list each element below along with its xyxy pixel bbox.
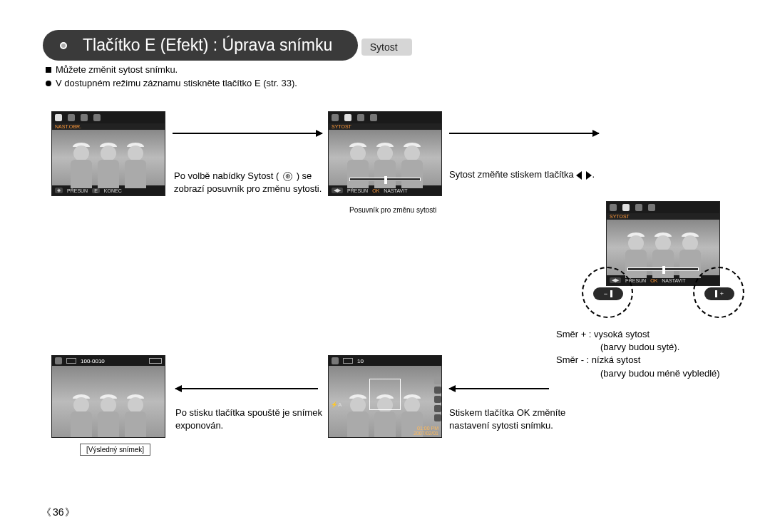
- side-icon: [434, 414, 441, 421]
- camera-icon: [370, 114, 377, 121]
- screen-1-image: [52, 130, 165, 185]
- plus-bubble: +: [704, 287, 734, 300]
- fun-icon: [635, 204, 642, 211]
- screen-2-image: [329, 130, 441, 185]
- play-icon: [55, 357, 62, 364]
- camera-screen-2: SYTOST ◀▶ PŘESUN OK NASTAVIT: [328, 111, 442, 196]
- minus-bubble: −: [593, 287, 623, 300]
- bullet-2-text: V dostupném režimu záznamu stiskněte tla…: [56, 78, 297, 88]
- battery-icon: [149, 358, 162, 364]
- saturation-slider-bar: [349, 178, 421, 181]
- circle-bullet-icon: [46, 81, 51, 86]
- footer-move-2: PŘESUN: [347, 188, 368, 193]
- screen-3-label: SYTOST: [607, 213, 719, 220]
- folder-icon: [66, 358, 76, 364]
- screen-4-image: ⚡A 01:00 PM 2007/02/01: [329, 366, 441, 437]
- camera-screen-4: 10 ⚡A 01:00 PM 2007/02/01: [328, 355, 442, 438]
- camera-screen-5: 100-0010: [51, 355, 165, 438]
- arrow-right-2: [449, 133, 599, 134]
- screen-5-image: [52, 366, 165, 437]
- footer-end-1: KONEC: [104, 188, 122, 193]
- caption-slider: Posuvník pro změnu sytosti: [349, 205, 436, 215]
- caption-1: Po volbě nabídky Sytost ( ⊛ ) se zobrazí…: [174, 170, 324, 195]
- section-label: Sytost: [370, 41, 398, 53]
- screen-1-iconbar: [52, 112, 165, 123]
- bullet-1-text: Můžete změnit sytost snímku.: [56, 64, 178, 75]
- footer-key-e: E: [92, 188, 100, 193]
- camera-icon: [648, 204, 655, 211]
- caption-2: Sytost změňte stiskem tlačítka .: [449, 168, 613, 181]
- screen-5-header: 100-0010: [52, 356, 165, 366]
- left-right-triangle-icon: [576, 171, 592, 180]
- caption-2-text: Sytost změňte stiskem tlačítka: [449, 169, 574, 180]
- screen-1-label: NAST.OBR.: [52, 123, 165, 130]
- svg-marker-0: [576, 171, 582, 180]
- mode-p-icon: [332, 357, 339, 364]
- bullet-line-1: Můžete změnit sytost snímku.: [46, 64, 727, 75]
- flash-auto-icon: ⚡A: [331, 401, 342, 408]
- date-text: 2007/02/01: [414, 431, 438, 436]
- plus-icon: +: [720, 290, 724, 297]
- direction-info: Směr + : vysoká sytost (barvy budou syté…: [556, 328, 720, 380]
- side-icon: [434, 387, 441, 394]
- page-number-value: 36: [53, 506, 64, 518]
- square-bullet-icon: [46, 67, 51, 73]
- camera-icon: [93, 114, 101, 121]
- footer-set-2: NASTAVIT: [384, 188, 407, 193]
- slider-thumb-icon: [384, 176, 387, 184]
- zoom-plus-circle: +: [693, 267, 744, 318]
- screen-2-iconbar: [329, 112, 441, 123]
- footer-key-ok-3: OK: [650, 278, 657, 283]
- side-icon: [434, 396, 441, 403]
- footer-key-arrows-icon: ◈: [55, 188, 63, 193]
- time-text: 01:00 PM: [414, 426, 438, 431]
- saturation-slider-bar: [627, 267, 699, 271]
- screen-4-count: 10: [357, 358, 364, 364]
- footer-key-lr-icon: ◀▶: [332, 188, 343, 193]
- fun-icon: [357, 114, 364, 121]
- screen-4-clock: 01:00 PM 2007/02/01: [414, 426, 438, 436]
- arrow-left-3: [449, 388, 549, 389]
- adj-icon: [344, 114, 351, 121]
- screen-3-image: [607, 220, 719, 275]
- palette-icon: [55, 114, 62, 121]
- zoom-minus-circle: −: [582, 267, 633, 318]
- page-title: Tlačítko E (Efekt) : Úprava snímku: [43, 30, 358, 61]
- dir-minus-line2: (barvy budou méně vybledlé): [556, 367, 720, 380]
- dir-plus-line: Směr + : vysoká sytost: [556, 328, 720, 341]
- footer-move-1: PŘESUN: [67, 188, 88, 193]
- footer-set-3: NASTAVIT: [662, 278, 685, 283]
- screen-4-header: 10: [329, 356, 441, 366]
- caption-1a: Po volbě nabídky Sytost (: [174, 170, 279, 181]
- side-icon: [434, 377, 441, 384]
- focus-frame-icon: [369, 379, 401, 410]
- palette-icon: [332, 114, 339, 121]
- page-number: 36: [41, 506, 75, 519]
- caption-4: Po stisku tlačítka spouště je snímek exp…: [175, 406, 325, 431]
- screen-5-folder: 100-0010: [81, 358, 105, 364]
- result-image-label: [Výsledný snímek]: [80, 444, 150, 456]
- bullet-line-2: V dostupném režimu záznamu stiskněte tla…: [46, 78, 727, 88]
- screen-4-side-icons: [433, 376, 442, 427]
- camera-screen-1: NAST.OBR. ◈ PŘESUN E KONEC: [51, 111, 165, 196]
- footer-key-ok-2: OK: [372, 188, 379, 193]
- arrow-left-4: [175, 388, 318, 389]
- dir-minus-line: Směr - : nízká sytost: [556, 354, 720, 367]
- side-icon: [434, 405, 441, 412]
- dir-plus-line2: (barvy budou syté).: [556, 341, 720, 354]
- size-icon: [343, 358, 353, 364]
- title-text: Tlačítko E (Efekt) : Úprava snímku: [83, 36, 332, 54]
- arrow-right-1: [173, 133, 322, 134]
- caption-3: Stiskem tlačítka OK změníte nastavení sy…: [449, 406, 570, 431]
- svg-marker-1: [586, 171, 592, 180]
- adj-icon: [68, 114, 75, 121]
- adj-icon: [622, 204, 630, 211]
- screen-2-label: SYTOST: [329, 123, 441, 130]
- saturation-symbol-icon: ⊛: [283, 172, 292, 181]
- title-bullet-icon: [60, 42, 67, 49]
- minus-icon: −: [604, 290, 607, 297]
- content-area: NAST.OBR. ◈ PŘESUN E KONEC Po volbě nabí…: [43, 91, 727, 462]
- screen-3-iconbar: [607, 202, 719, 213]
- section-tab: Sytost: [361, 39, 412, 56]
- palette-icon: [610, 204, 617, 211]
